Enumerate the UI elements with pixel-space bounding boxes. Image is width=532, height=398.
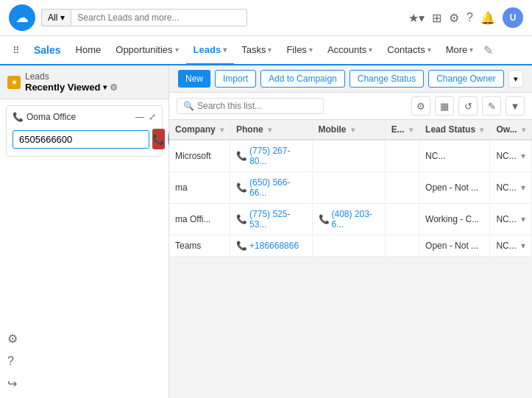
- nav-item-tasks[interactable]: Tasks ▾: [234, 36, 279, 65]
- phone-link[interactable]: 📞 (650) 566-66...: [236, 177, 305, 198]
- owner-value: NC...: [496, 241, 516, 251]
- refresh-icon[interactable]: ↺: [458, 96, 478, 116]
- nav-item-home-label: Home: [76, 44, 102, 55]
- minimize-icon[interactable]: —: [135, 112, 144, 122]
- dropdown-icon[interactable]: ▾: [521, 151, 525, 161]
- dropdown-icon[interactable]: ▾: [521, 214, 525, 224]
- filter-icon[interactable]: ▼: [506, 96, 525, 116]
- mobile-link[interactable]: 📞 (408) 203-6...: [319, 209, 379, 230]
- table-row: ma Offi... 📞 (775) 525-53... 📞 (408): [169, 204, 532, 235]
- app-launcher-icon[interactable]: ⠿: [6, 40, 26, 60]
- cell-owner: NC... ▾: [490, 172, 532, 204]
- change-status-button[interactable]: Change Status: [350, 70, 424, 88]
- owner-col-label: Ow...: [496, 124, 517, 135]
- new-button[interactable]: New: [178, 70, 210, 88]
- sort-icon: ▾: [409, 126, 413, 134]
- nav-item-home[interactable]: Home: [68, 36, 109, 65]
- chevron-down-icon: ▾: [369, 46, 372, 54]
- lead-status-value: Open - Not ...: [425, 241, 478, 251]
- ooma-call-panel: 📞 Ooma Office — ⤢ 📞 👤: [6, 105, 163, 157]
- add-to-campaign-button[interactable]: Add to Campaign: [260, 70, 345, 88]
- change-owner-button[interactable]: Change Owner: [428, 70, 504, 88]
- cell-owner: NC... ▾: [490, 235, 532, 257]
- col-phone[interactable]: Phone ▾: [230, 120, 312, 140]
- list-search-input[interactable]: [197, 101, 317, 111]
- nav-edit-icon[interactable]: ✎: [483, 43, 493, 57]
- cell-email: [385, 140, 419, 172]
- dropdown-icon[interactable]: ▾: [521, 182, 525, 193]
- nav-item-accounts[interactable]: Accounts ▾: [320, 36, 380, 65]
- cell-email: [385, 172, 419, 204]
- chevron-down-icon: ▾: [60, 13, 65, 23]
- cell-lead-status: Open - Not ...: [419, 172, 490, 204]
- cell-phone: 📞 (650) 566-66...: [230, 172, 312, 204]
- nav-item-files[interactable]: Files ▾: [279, 36, 319, 65]
- phone-icon: 📞: [13, 112, 24, 122]
- phone-number-input[interactable]: [13, 130, 149, 149]
- help-icon[interactable]: ?: [467, 11, 473, 24]
- phone-link[interactable]: 📞 (775) 267-80...: [236, 146, 305, 166]
- ooma-header-icons: — ⤢: [135, 112, 156, 122]
- leads-table-container: Company ▾ Phone ▾ Mobile ▾ E...: [169, 120, 532, 398]
- cell-phone: 📞 +186668866: [230, 235, 312, 257]
- owner-value: NC...: [496, 214, 516, 224]
- dropdown-icon[interactable]: ▾: [521, 241, 525, 251]
- top-bar: ☁ All ▾ ★▾ ⊞ ⚙ ? 🔔 U: [0, 0, 532, 36]
- nav-item-contacts-label: Contacts: [387, 44, 425, 55]
- cell-company: ma Offi...: [169, 204, 230, 235]
- nav-bar: ⠿ Sales Home Opportunities ▾ Leads ▾ Tas…: [0, 36, 532, 65]
- import-button[interactable]: Import: [215, 70, 256, 88]
- settings-gear-icon[interactable]: ⚙: [411, 96, 430, 116]
- col-email[interactable]: E... ▾: [385, 120, 419, 140]
- notifications-icon[interactable]: 🔔: [480, 11, 495, 25]
- call-button[interactable]: 📞: [152, 129, 165, 149]
- nav-item-files-label: Files: [286, 44, 306, 55]
- leads-header-text: Leads Recently Viewed ▾ ⚙: [25, 71, 118, 93]
- cell-lead-status: NC...: [419, 140, 490, 172]
- phone-link[interactable]: 📞 +186668866: [236, 241, 305, 251]
- phone-value: (775) 525-53...: [249, 209, 305, 230]
- phone-icon: 📞: [319, 214, 330, 224]
- col-lead-status[interactable]: Lead Status ▾: [419, 120, 490, 140]
- phone-link[interactable]: 📞 (775) 525-53...: [236, 209, 305, 230]
- sort-icon: ▾: [220, 126, 224, 134]
- global-search-input[interactable]: [71, 9, 247, 26]
- nav-item-opportunities[interactable]: Opportunities ▾: [108, 36, 185, 65]
- settings-icon[interactable]: ⚙: [7, 332, 161, 346]
- user-avatar[interactable]: U: [503, 7, 523, 28]
- nav-item-more[interactable]: More ▾: [439, 36, 481, 65]
- more-actions-dropdown[interactable]: ▾: [508, 70, 523, 88]
- search-scope-dropdown[interactable]: All ▾: [41, 9, 71, 26]
- col-owner[interactable]: Ow... ▾: [490, 120, 532, 140]
- help-icon[interactable]: ?: [7, 355, 161, 368]
- cell-company: Teams: [169, 235, 230, 257]
- lead-status-value: NC...: [425, 151, 445, 161]
- apps-grid-icon[interactable]: ⊞: [432, 11, 441, 25]
- edit-icon[interactable]: ✎: [482, 96, 501, 116]
- cell-company: Microsoft: [169, 140, 230, 172]
- logout-icon[interactable]: ↪: [7, 377, 161, 391]
- leads-recently-viewed[interactable]: Recently Viewed ▾ ⚙: [25, 82, 118, 93]
- nav-item-more-label: More: [446, 44, 468, 55]
- left-panel-header: ★ Leads Recently Viewed ▾ ⚙: [0, 65, 169, 99]
- recently-viewed-label: Recently Viewed: [25, 82, 100, 93]
- chevron-down-icon: ▾: [175, 46, 179, 54]
- cell-email: [385, 235, 419, 257]
- setup-icon[interactable]: ⚙: [449, 11, 459, 25]
- col-mobile[interactable]: Mobile ▾: [312, 120, 385, 140]
- grid-view-icon[interactable]: ▦: [435, 96, 454, 116]
- chevron-down-icon: ▾: [268, 46, 272, 54]
- favorites-icon[interactable]: ★▾: [408, 11, 425, 25]
- left-panel: ★ Leads Recently Viewed ▾ ⚙ 📞 Ooma Offic…: [0, 65, 169, 398]
- company-value: Teams: [175, 241, 201, 251]
- chevron-down-icon: ▾: [309, 46, 313, 54]
- cell-mobile: [312, 235, 385, 257]
- ooma-call-header: 📞 Ooma Office — ⤢: [13, 112, 156, 122]
- company-value: Microsoft: [175, 151, 211, 161]
- col-company[interactable]: Company ▾: [169, 120, 230, 140]
- top-search-container: All ▾: [41, 9, 247, 26]
- expand-icon[interactable]: ⤢: [149, 112, 156, 122]
- nav-item-contacts[interactable]: Contacts ▾: [380, 36, 438, 65]
- nav-item-leads[interactable]: Leads ▾: [186, 36, 235, 65]
- list-settings-icon[interactable]: ⚙: [110, 82, 118, 93]
